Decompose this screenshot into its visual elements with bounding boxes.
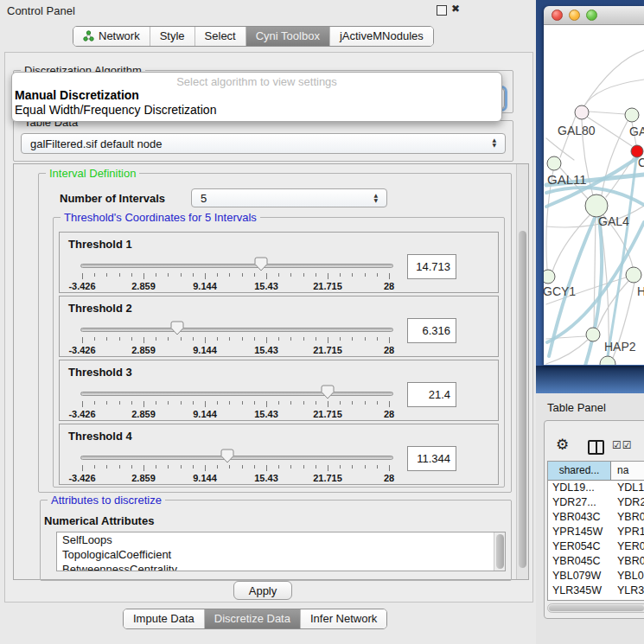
settings-scrollbar[interactable] — [516, 164, 528, 579]
node-attribute-table[interactable]: shared... na YDL19...YDL1YDR27...YDR2YBR… — [547, 461, 644, 601]
tab-discretize-data[interactable]: Discretize Data — [205, 609, 301, 628]
control-panel-titlebar: Control Panel ✖ — [0, 0, 536, 21]
table-data-value: galFiltered.sif default node — [30, 137, 162, 150]
list-item[interactable]: TopologicalCoefficient — [57, 547, 505, 562]
cell-name[interactable]: YIL0 — [611, 598, 640, 601]
slider-thumb[interactable] — [321, 385, 335, 399]
table-horizontal-scrollbar[interactable] — [547, 603, 644, 613]
network-node[interactable] — [625, 108, 639, 122]
dropdown-option-equal-width-frequency[interactable]: Equal Width/Frequency Discretization — [12, 103, 501, 118]
gear-icon[interactable]: ⚙ — [556, 436, 569, 453]
cell-name[interactable]: YDR2 — [611, 495, 644, 510]
application-window: Control Panel ✖ Network Style Select Cyn… — [0, 0, 644, 644]
table-row[interactable]: YDR27...YDR2 — [548, 495, 644, 510]
table-data-select[interactable]: galFiltered.sif default node ▲▼ — [21, 133, 506, 154]
table-row[interactable]: YBR045CYBR0 — [548, 554, 644, 569]
table-row[interactable]: YPR145WYPR1 — [548, 525, 644, 539]
network-node[interactable] — [547, 156, 561, 170]
slider-thumb[interactable] — [220, 449, 234, 463]
window-zoom-icon[interactable] — [586, 10, 597, 21]
numerical-attributes-list[interactable]: SelfLoops TopologicalCoefficient Between… — [56, 532, 506, 571]
node-label: GAL4 — [598, 214, 629, 228]
slider-track — [80, 392, 393, 396]
cell-shared-name[interactable]: YIL053C — [548, 598, 611, 601]
network-edge[interactable] — [585, 218, 602, 365]
apply-button[interactable]: Apply — [233, 581, 292, 600]
cell-shared-name[interactable]: YER054C — [548, 539, 611, 554]
cell-shared-name[interactable]: YBR043C — [548, 510, 611, 525]
table-row[interactable]: YBR043CYBR0 — [548, 510, 644, 525]
table-row[interactable]: YDL19...YDL1 — [548, 481, 644, 495]
thresholds-group-title: Threshold's Coordinates for 5 Intervals — [61, 211, 260, 224]
table-row[interactable]: YBL079WYBL0 — [548, 569, 644, 583]
network-view-window[interactable]: GAL80GAL11GAL4GCY1HHAP2GAC — [544, 6, 644, 366]
cell-shared-name[interactable]: YLR345W — [548, 583, 611, 598]
network-canvas[interactable]: GAL80GAL11GAL4GCY1HHAP2GAC — [544, 25, 644, 365]
node-label: HAP2 — [604, 340, 636, 354]
cell-name[interactable]: YPR1 — [611, 525, 644, 539]
tab-impute-data[interactable]: Impute Data — [124, 609, 205, 628]
network-node[interactable] — [626, 267, 641, 283]
settings-scrollbar-thumb[interactable] — [519, 231, 526, 568]
network-desktop: GAL80GAL11GAL4GCY1HHAP2GAC — [536, 0, 644, 393]
tab-jactivemnodules[interactable]: jActiveMNodules — [330, 27, 433, 46]
list-scrollbar-thumb[interactable] — [496, 534, 504, 569]
table-row[interactable]: YER054CYER0 — [548, 539, 644, 554]
network-edge[interactable] — [602, 121, 628, 195]
number-of-intervals-value: 5 — [201, 192, 207, 205]
table-scrollbar-thumb[interactable] — [549, 605, 644, 611]
dropdown-option-manual-discretization[interactable]: Manual Discretization — [12, 88, 501, 103]
tab-infer-network[interactable]: Infer Network — [301, 609, 386, 628]
number-of-intervals-label: Number of Intervals — [60, 192, 165, 205]
slider-thumb[interactable] — [170, 321, 184, 335]
column-header-shared-name[interactable]: shared... — [548, 462, 611, 480]
cell-shared-name[interactable]: YBL079W — [548, 569, 611, 583]
cell-shared-name[interactable]: YDR27... — [548, 495, 611, 510]
cell-name[interactable]: YER0 — [611, 539, 644, 554]
network-icon — [83, 30, 94, 41]
network-node[interactable] — [586, 328, 600, 341]
tab-style[interactable]: Style — [150, 27, 195, 46]
list-scrollbar[interactable] — [494, 532, 505, 571]
columns-icon[interactable] — [588, 440, 604, 455]
network-edge[interactable] — [594, 217, 596, 328]
float-panel-icon[interactable] — [437, 5, 447, 16]
cell-name[interactable]: YBR0 — [611, 554, 644, 569]
list-item[interactable]: BetweennessCentrality — [57, 562, 505, 571]
network-node[interactable] — [575, 105, 589, 119]
slider-thumb[interactable] — [254, 257, 268, 271]
tab-network[interactable]: Network — [73, 27, 150, 46]
checkboxes-icon[interactable]: ☑☑ — [612, 439, 633, 451]
threshold-2-value[interactable]: 6.316 — [407, 318, 456, 343]
cell-name[interactable]: YBL0 — [611, 569, 644, 583]
window-minimize-icon[interactable] — [569, 10, 580, 21]
threshold-4-value[interactable]: 11.344 — [407, 446, 456, 471]
list-item[interactable]: SelfLoops — [57, 532, 505, 547]
cell-name[interactable]: YBR0 — [611, 510, 644, 525]
table-row[interactable]: YLR345WYLR3 — [548, 583, 644, 598]
network-edge[interactable] — [584, 50, 644, 105]
column-header-name[interactable]: na — [611, 462, 644, 480]
window-close-icon[interactable] — [552, 10, 563, 21]
table-panel-title: Table Panel — [547, 401, 606, 414]
table-data-group: Table Data galFiltered.sif default node … — [13, 120, 513, 162]
threshold-1-value[interactable]: 14.713 — [407, 254, 456, 279]
table-row[interactable]: YIL053CYIL0 — [548, 598, 644, 601]
tab-cyni-toolbox[interactable]: Cyni Toolbox — [246, 27, 330, 46]
number-of-intervals-select[interactable]: 5 ▲▼ — [191, 188, 387, 207]
cell-shared-name[interactable]: YDL19... — [548, 481, 611, 495]
threshold-4-panel: Threshold 4 -3.4262.8599.14415.4321.7152… — [59, 424, 499, 485]
network-node[interactable] — [544, 270, 555, 284]
cell-name[interactable]: YLR3 — [611, 583, 644, 598]
close-panel-icon[interactable]: ✖ — [451, 3, 460, 15]
network-edge[interactable] — [589, 112, 625, 114]
cell-shared-name[interactable]: YPR145W — [548, 525, 611, 539]
network-graph[interactable]: GAL80GAL11GAL4GCY1HHAP2GAC — [544, 25, 644, 365]
tab-select[interactable]: Select — [195, 27, 246, 46]
cell-name[interactable]: YDL1 — [611, 481, 644, 495]
threshold-3-value[interactable]: 21.4 — [407, 382, 456, 407]
threshold-3-panel: Threshold 3 -3.4262.8599.14415.4321.7152… — [59, 360, 499, 421]
thresholds-group: Threshold's Coordinates for 5 Intervals … — [53, 217, 505, 488]
cell-shared-name[interactable]: YBR045C — [548, 554, 611, 569]
dropdown-hint: Select algorithm to view settings — [12, 75, 501, 88]
